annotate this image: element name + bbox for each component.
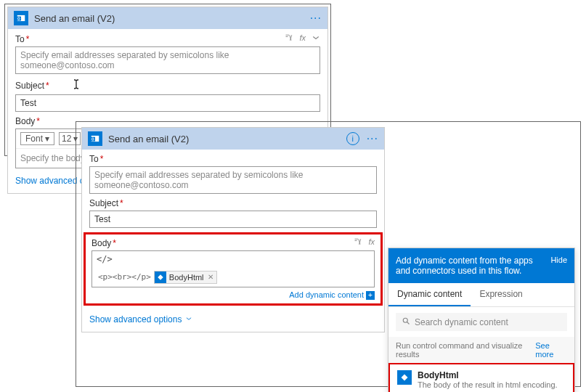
- body-label: Body: [91, 238, 111, 248]
- item-name: BodyHtml: [418, 370, 558, 380]
- card1-header: Send an email (V2) ···: [8, 7, 327, 29]
- card1-title: Send an email (V2): [34, 13, 310, 24]
- body-highlight-wrap: Body* fx </> <p><br></p> BodyHtml ✕ Add …: [84, 232, 383, 306]
- info-icon[interactable]: i: [346, 132, 359, 145]
- plus-icon: +: [366, 291, 375, 300]
- font-select[interactable]: Font▾: [20, 132, 54, 145]
- body-input-2[interactable]: <p><br></p> BodyHtml ✕: [91, 267, 375, 287]
- dynamic-section: Run control command and visualize result…: [388, 337, 574, 363]
- email-card-2: Send an email (V2) i ··· To* Specify ema…: [81, 127, 385, 332]
- add-dynamic-link[interactable]: Add dynamic content+: [289, 290, 375, 299]
- svg-rect-1: [17, 17, 21, 21]
- dynamic-panel-header: Add dynamic content from the apps and co…: [388, 248, 574, 283]
- card2-header: Send an email (V2) i ···: [82, 128, 384, 150]
- section-title: Run control command and visualize result…: [396, 341, 535, 359]
- card2-title: Send an email (V2): [108, 134, 346, 144]
- svg-rect-9: [91, 137, 95, 142]
- body-html-text: <p><br></p>: [98, 272, 151, 282]
- subject-section-2: Subject* Test: [82, 194, 384, 228]
- token-label: BodyHtml: [169, 273, 204, 282]
- to-input-2[interactable]: Specify email addresses separated by sem…: [89, 166, 377, 194]
- to-input-1[interactable]: Specify email addresses separated by sem…: [15, 46, 320, 74]
- see-more-link[interactable]: See more: [535, 341, 567, 359]
- tab-dynamic-content[interactable]: Dynamic content: [388, 283, 471, 306]
- bodyhtml-item[interactable]: BodyHtml The body of the result in html …: [390, 364, 573, 392]
- bodyhtml-item-highlight: BodyHtml The body of the result in html …: [388, 363, 574, 392]
- dynamic-header-text: Add dynamic content from the apps and co…: [396, 256, 545, 276]
- subject-input-2[interactable]: Test: [89, 211, 377, 228]
- subject-label: Subject: [89, 198, 118, 208]
- dynamic-tabs: Dynamic content Expression: [388, 283, 574, 307]
- token-remove-button[interactable]: ✕: [208, 273, 213, 281]
- to-section-1: To* fx Specify email addresses separated…: [8, 29, 327, 74]
- to-section-2: To* Specify email addresses separated by…: [82, 150, 384, 194]
- card1-menu-button[interactable]: ···: [310, 12, 322, 25]
- required-asterisk: *: [120, 198, 123, 208]
- dynamic-text-icon[interactable]: [354, 237, 362, 248]
- text-cursor-icon: [71, 78, 81, 92]
- bodyhtml-token[interactable]: BodyHtml ✕: [154, 271, 217, 284]
- token-icon: [155, 271, 166, 283]
- subject-section-1: Subject* Test: [8, 74, 327, 112]
- item-icon: [397, 370, 412, 385]
- dynamic-text-icon[interactable]: [285, 33, 293, 44]
- required-asterisk: *: [113, 238, 116, 248]
- tab-expression[interactable]: Expression: [471, 283, 531, 306]
- required-asterisk: *: [36, 116, 40, 126]
- search-input[interactable]: Search dynamic content: [396, 313, 567, 331]
- card2-menu-button[interactable]: ···: [367, 132, 378, 145]
- fx-icon[interactable]: fx: [368, 237, 375, 248]
- search-icon: [402, 317, 410, 327]
- fx-icon[interactable]: fx: [299, 33, 306, 44]
- subject-input-1[interactable]: Test: [15, 94, 320, 112]
- required-asterisk: *: [100, 154, 104, 164]
- search-row: Search dynamic content: [388, 307, 574, 337]
- required-asterisk: *: [46, 81, 49, 91]
- to-label: To: [89, 154, 99, 164]
- outlook-icon: [88, 131, 102, 146]
- chevron-down-icon: [185, 314, 192, 324]
- body-code-line[interactable]: </>: [91, 250, 375, 267]
- add-dynamic-row: Add dynamic content+: [86, 287, 381, 303]
- item-desc: The body of the result in html encoding.: [418, 380, 558, 389]
- required-asterisk: *: [26, 34, 30, 44]
- body-label: Body: [15, 116, 35, 126]
- to-label: To: [15, 34, 25, 44]
- hide-link[interactable]: Hide: [550, 256, 567, 264]
- search-placeholder: Search dynamic content: [415, 317, 508, 327]
- subject-label: Subject: [15, 81, 44, 91]
- advanced-options-link-2[interactable]: Show advanced options: [82, 307, 384, 332]
- svg-point-11: [403, 318, 407, 322]
- outlook-icon: [14, 11, 28, 25]
- chevron-down-icon: ▾: [45, 134, 49, 144]
- dynamic-content-panel: Add dynamic content from the apps and co…: [388, 248, 575, 392]
- collapse-icon[interactable]: [312, 33, 320, 44]
